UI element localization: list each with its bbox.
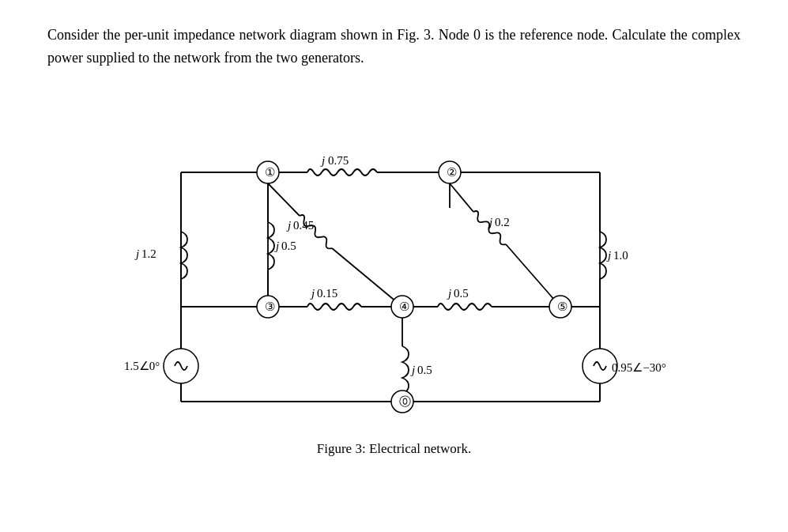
- svg-text:①: ①: [265, 166, 275, 179]
- svg-text:0.2: 0.2: [495, 216, 510, 228]
- svg-text:0.5: 0.5: [281, 240, 296, 252]
- svg-text:0.15: 0.15: [317, 287, 337, 300]
- svg-text:0.45: 0.45: [293, 219, 314, 232]
- figure-caption: Figure 3: Electrical network.: [317, 441, 471, 457]
- svg-text:0.5: 0.5: [417, 364, 432, 376]
- svg-text:⑤: ⑤: [557, 300, 567, 313]
- svg-text:j: j: [286, 219, 291, 232]
- svg-text:③: ③: [265, 300, 275, 313]
- svg-text:②: ②: [447, 166, 457, 179]
- circuit-diagram: .wire { stroke: #000; stroke-width: 1.8;…: [110, 93, 679, 433]
- paragraph-content: Consider the per-unit impedance network …: [47, 27, 741, 66]
- svg-text:④: ④: [399, 300, 409, 313]
- svg-text:j: j: [320, 154, 325, 167]
- svg-text:j: j: [310, 287, 315, 300]
- svg-text:0.75: 0.75: [328, 154, 349, 167]
- caption-text: Figure 3: Electrical network.: [317, 441, 471, 456]
- problem-text: Consider the per-unit impedance network …: [47, 24, 741, 70]
- svg-line-35: [506, 244, 560, 307]
- svg-text:j: j: [447, 287, 451, 300]
- svg-text:1.5∠0°: 1.5∠0°: [124, 360, 160, 372]
- svg-text:⓪: ⓪: [399, 395, 411, 408]
- svg-text:j: j: [134, 247, 139, 260]
- svg-line-34: [450, 183, 473, 212]
- svg-line-30: [268, 183, 300, 216]
- svg-line-31: [332, 248, 402, 307]
- svg-text:j: j: [274, 240, 279, 252]
- diagram-container: .wire { stroke: #000; stroke-width: 1.8;…: [47, 93, 741, 457]
- svg-text:j: j: [606, 249, 611, 262]
- svg-text:1.0: 1.0: [613, 249, 628, 262]
- svg-text:1.2: 1.2: [141, 247, 156, 260]
- svg-text:0.95∠−30°: 0.95∠−30°: [612, 361, 666, 374]
- svg-text:0.5: 0.5: [454, 287, 469, 300]
- svg-text:j: j: [410, 364, 415, 376]
